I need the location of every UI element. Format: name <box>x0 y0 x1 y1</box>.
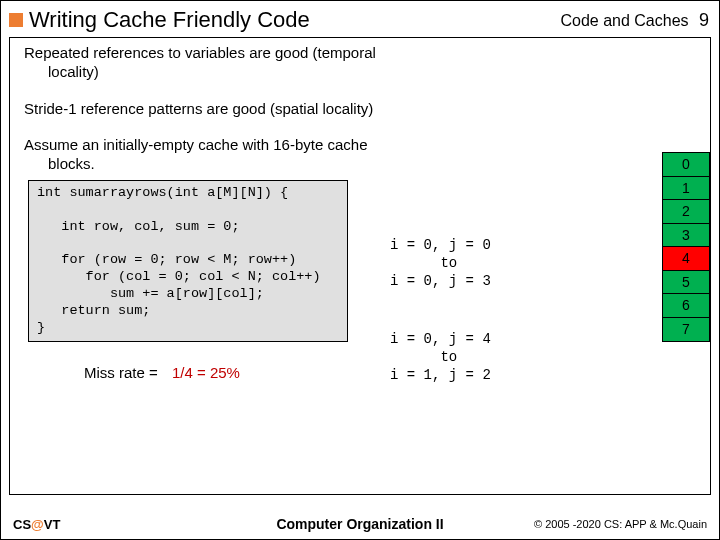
bullet-text-cont: locality) <box>24 63 99 80</box>
code-line: for (row = 0; row < M; row++) <box>37 252 296 267</box>
page-number: 9 <box>699 10 709 30</box>
code-line: int sumarrayrows(int a[M][N]) { <box>37 185 288 200</box>
code-line: } <box>37 320 45 335</box>
cache-block-1: 1 <box>662 176 710 201</box>
code-line: int row, col, sum = 0; <box>37 219 240 234</box>
code-block: int sumarrayrows(int a[M][N]) { int row,… <box>28 180 348 342</box>
access-trace-1: i = 0, j = 0 to i = 0, j = 3 <box>390 236 491 291</box>
bullet-spatial: Stride-1 reference patterns are good (sp… <box>24 100 404 119</box>
access-trace-2: i = 0, j = 4 to i = 1, j = 2 <box>390 330 491 385</box>
bullet-text: Assume an initially-empty cache with 16-… <box>24 136 368 153</box>
cache-block-4: 4 <box>662 246 710 271</box>
cache-block-stack: 0 1 2 3 4 5 6 7 <box>662 152 710 340</box>
cache-block-7: 7 <box>662 317 710 342</box>
code-line: return sum; <box>37 303 150 318</box>
section-label: Code and Caches 9 <box>560 10 709 31</box>
cache-block-6: 6 <box>662 293 710 318</box>
slide-header: Writing Cache Friendly Code Code and Cac… <box>1 1 719 35</box>
miss-rate-value: 1/4 = 25% <box>172 364 240 381</box>
cache-block-0: 0 <box>662 152 710 177</box>
cache-block-2: 2 <box>662 199 710 224</box>
code-line: for (col = 0; col < N; col++) <box>37 269 321 284</box>
slide-body: Repeated references to variables are goo… <box>9 37 711 495</box>
bullet-text: Repeated references to variables are goo… <box>24 44 376 61</box>
cache-block-5: 5 <box>662 270 710 295</box>
bullet-text: Stride-1 reference patterns are good (sp… <box>24 100 373 117</box>
bullet-text-cont: blocks. <box>24 155 95 172</box>
miss-rate-label: Miss rate = <box>84 364 158 381</box>
slide-footer: Computer Organization II CS@VT © 2005 -2… <box>1 509 719 539</box>
section-name: Code and Caches <box>560 12 688 29</box>
cache-block-3: 3 <box>662 223 710 248</box>
code-line: sum += a[row][col]; <box>37 286 264 301</box>
bullet-temporal: Repeated references to variables are goo… <box>24 44 404 82</box>
header-decor-box <box>9 13 23 27</box>
bullet-assume: Assume an initially-empty cache with 16-… <box>24 136 404 174</box>
slide-title: Writing Cache Friendly Code <box>29 7 560 33</box>
footer-copyright: © 2005 -2020 CS: APP & Mc.Quain <box>534 518 707 530</box>
